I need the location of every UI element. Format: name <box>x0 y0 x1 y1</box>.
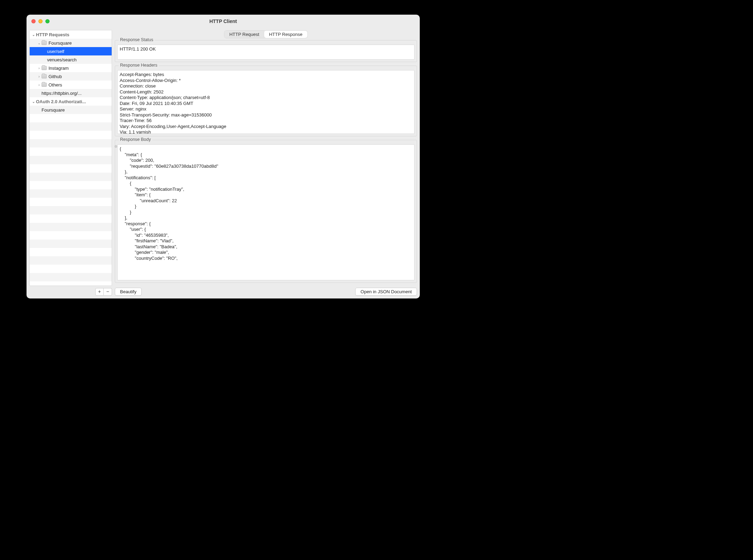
folder-icon <box>42 74 47 78</box>
sidebar-tree[interactable]: ⌄HTTP Requests⌄Foursquareuser/selfvenues… <box>29 30 112 286</box>
empty-row <box>30 223 112 231</box>
app-window: HTTP Client ⌄HTTP Requests⌄Foursquareuse… <box>27 15 420 298</box>
response-headers-value[interactable]: Accept-Ranges: bytes Access-Control-Allo… <box>117 70 415 134</box>
main-panel: HTTP Request HTTP Response Response Stat… <box>115 30 417 296</box>
empty-row <box>30 114 112 122</box>
folder-instagram[interactable]: ›Instagram <box>30 64 112 72</box>
request-user-self[interactable]: user/self <box>30 47 112 55</box>
sidebar: ⌄HTTP Requests⌄Foursquareuser/selfvenues… <box>29 30 112 296</box>
response-headers-group: Response Headers Accept-Ranges: bytes Ac… <box>115 66 417 136</box>
empty-row <box>30 181 112 189</box>
minimize-icon[interactable] <box>38 19 43 23</box>
bottom-bar: Beautify Open in JSON Document <box>115 286 417 296</box>
empty-row <box>30 214 112 223</box>
request-venues-search-label: venues/search <box>47 57 77 62</box>
response-status-value[interactable]: HTTP/1.1 200 OK <box>117 45 415 60</box>
empty-row <box>30 248 112 256</box>
window-title: HTTP Client <box>31 18 416 24</box>
folder-icon <box>42 66 47 70</box>
tabs: HTTP Request HTTP Response <box>115 30 417 40</box>
empty-row <box>30 256 112 265</box>
chevron-down-icon[interactable]: ⌄ <box>37 41 42 45</box>
section-http-requests-label: HTTP Requests <box>36 32 69 37</box>
folder-others[interactable]: ›Others <box>30 81 112 89</box>
sidebar-buttons: + − <box>29 288 112 296</box>
empty-row <box>30 131 112 139</box>
open-json-button[interactable]: Open in JSON Document <box>355 288 417 296</box>
empty-row <box>30 231 112 240</box>
chevron-right-icon[interactable]: › <box>37 75 42 78</box>
chevron-right-icon[interactable]: › <box>37 66 42 70</box>
remove-button[interactable]: − <box>104 288 112 296</box>
beautify-button[interactable]: Beautify <box>115 288 142 296</box>
folder-others-label: Others <box>49 82 62 88</box>
chevron-down-icon[interactable]: ⌄ <box>31 33 36 37</box>
empty-row <box>30 198 112 206</box>
folder-foursquare-label: Foursquare <box>49 40 72 46</box>
titlebar: HTTP Client <box>27 15 420 28</box>
request-venues-search[interactable]: venues/search <box>30 55 112 64</box>
empty-row <box>30 122 112 131</box>
folder-instagram-label: Instagram <box>49 66 69 71</box>
add-button[interactable]: + <box>95 288 104 296</box>
request-https-httpbin-org-label: https://httpbin.org/... <box>42 91 82 96</box>
folder-icon <box>42 41 47 45</box>
response-body-group: Response Body { "meta": { "code": 200, "… <box>115 140 417 283</box>
request-foursquare[interactable]: Foursquare <box>30 106 112 114</box>
fold-gutter-icon[interactable] <box>114 145 117 148</box>
request-user-self-label: user/self <box>47 49 64 54</box>
folder-foursquare[interactable]: ⌄Foursquare <box>30 39 112 47</box>
folder-icon <box>42 83 47 87</box>
section-http-requests[interactable]: ⌄HTTP Requests <box>30 30 112 39</box>
section-oauth-2-0-authorizati-label: OAuth 2.0 Authorizati... <box>36 99 86 104</box>
response-headers-label: Response Headers <box>119 63 159 68</box>
response-status-label: Response Status <box>119 37 155 42</box>
tab-http-response[interactable]: HTTP Response <box>264 31 307 38</box>
chevron-down-icon[interactable]: ⌄ <box>31 100 36 104</box>
empty-row <box>30 147 112 156</box>
traffic-lights <box>31 19 50 23</box>
empty-row <box>30 164 112 173</box>
maximize-icon[interactable] <box>45 19 50 23</box>
request-https-httpbin-org[interactable]: https://httpbin.org/... <box>30 89 112 97</box>
folder-github-label: Github <box>49 74 62 79</box>
section-oauth-2-0-authorizati[interactable]: ⌄OAuth 2.0 Authorizati... <box>30 97 112 106</box>
tab-http-request[interactable]: HTTP Request <box>224 31 264 38</box>
empty-row <box>30 139 112 147</box>
empty-row <box>30 240 112 248</box>
folder-github[interactable]: ›Github <box>30 72 112 81</box>
close-icon[interactable] <box>31 19 36 23</box>
response-body-value[interactable]: { "meta": { "code": 200, "requestId": "6… <box>117 144 415 280</box>
response-status-group: Response Status HTTP/1.1 200 OK <box>115 40 417 62</box>
response-body-label: Response Body <box>119 137 152 142</box>
empty-row <box>30 265 112 273</box>
empty-row <box>30 189 112 198</box>
empty-row <box>30 173 112 181</box>
empty-row <box>30 156 112 164</box>
chevron-right-icon[interactable]: › <box>37 83 42 87</box>
empty-row <box>30 206 112 214</box>
empty-row <box>30 273 112 281</box>
request-foursquare-label: Foursquare <box>42 107 65 113</box>
